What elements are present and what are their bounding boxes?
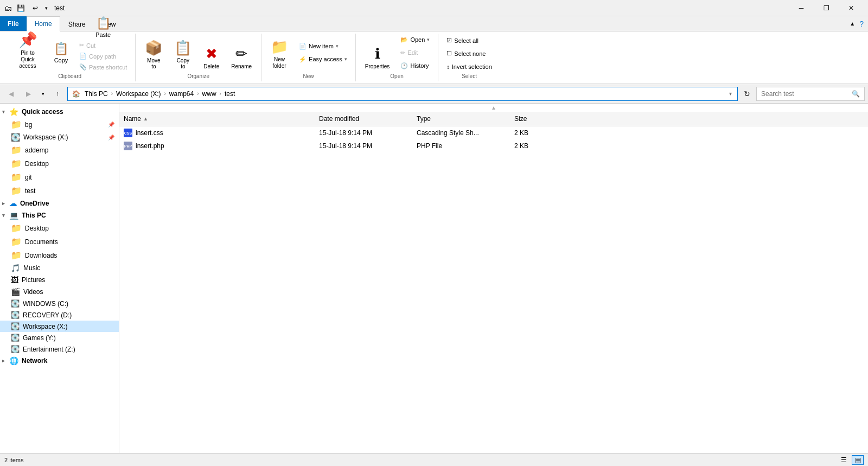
search-input[interactable] (761, 90, 850, 98)
sidebar-item-recovery-d[interactable]: 💽 RECOVERY (D:) (0, 309, 119, 321)
sidebar-item-music[interactable]: 🎵 Music (0, 262, 119, 274)
col-header-type[interactable]: Type (412, 114, 510, 124)
history-button[interactable]: 🕐 History (397, 60, 433, 71)
thispc-collapse[interactable] (2, 213, 5, 218)
move-to-button[interactable]: 📦 Moveto (140, 33, 167, 72)
path-workspace[interactable]: Workspace (X:) (114, 90, 163, 98)
network-collapse[interactable] (2, 358, 5, 363)
new-folder-icon: 📁 (271, 39, 288, 55)
new-item-button[interactable]: 📄 New item ▾ (295, 41, 351, 52)
select-all-button[interactable]: ☑ Select all (443, 35, 482, 46)
recovery-d-icon: 💽 (11, 311, 20, 319)
recent-button[interactable]: ▾ (38, 87, 48, 101)
sidebar-item-games-y[interactable]: 💽 Games (Y:) (0, 332, 119, 343)
sidebar-item-network[interactable]: 🌐 Network (0, 355, 119, 367)
ribbon-tabs: File Home Share View ▲ ? (0, 16, 868, 31)
sidebar-item-videos[interactable]: 🎬 Videos (0, 286, 119, 298)
cut-button[interactable]: ✂ Cut (75, 40, 131, 50)
paste-shortcut-button[interactable]: 📎 Paste shortcut (75, 62, 131, 72)
forward-button[interactable]: ▶ (21, 87, 36, 101)
sidebar-item-windows-c[interactable]: 💽 WINDOWS (C:) (0, 298, 119, 309)
col-header-date[interactable]: Date modified (315, 114, 412, 124)
edit-button[interactable]: ✏ Edit (397, 47, 433, 58)
restore-button[interactable]: ❐ (814, 0, 839, 16)
scroll-up-indicator[interactable]: ▲ (119, 104, 868, 112)
sidebar-item-desktop-qa[interactable]: 📁 Desktop (0, 157, 119, 170)
sidebar-item-onedrive[interactable]: ☁ OneDrive (0, 197, 119, 209)
sidebar-item-git[interactable]: 📁 git (0, 170, 119, 184)
addemp-label: addemp (25, 146, 48, 154)
new-label: New (303, 73, 314, 79)
address-path[interactable]: 🏠 This PC › Workspace (X:) › wamp64 › ww… (67, 87, 738, 101)
path-www[interactable]: www (200, 90, 219, 98)
sidebar-item-bg[interactable]: 📁 bg 📌 (0, 118, 119, 131)
sidebar-item-quick-access[interactable]: ⭐ Quick access (0, 106, 119, 118)
ribbon-group-open: ℹ Properties 📂 Open ▾ ✏ Edit 🕐 (356, 34, 439, 81)
sidebar-item-pictures[interactable]: 🖼 Pictures (0, 274, 119, 286)
invert-selection-button[interactable]: ↕ Invert selection (443, 61, 495, 72)
search-icon[interactable]: 🔍 (852, 90, 860, 98)
desktop-qa-label: Desktop (25, 160, 49, 168)
downloads-icon: 📁 (11, 250, 22, 260)
sidebar-item-test-qa[interactable]: 📁 test (0, 184, 119, 197)
col-header-name[interactable]: Name ▲ (119, 114, 315, 124)
select-none-button[interactable]: ☐ Select none (443, 48, 489, 59)
sidebar-item-desktop-pc[interactable]: 📁 Desktop (0, 221, 119, 235)
move-to-icon: 📦 (145, 40, 162, 56)
music-label: Music (23, 264, 40, 272)
ribbon-collapse-icon[interactable]: ▲ (847, 18, 857, 29)
col-header-size[interactable]: Size (510, 114, 564, 124)
sidebar-item-downloads[interactable]: 📁 Downloads (0, 248, 119, 262)
minimize-button[interactable]: ─ (789, 0, 814, 16)
onedrive-collapse[interactable] (2, 201, 5, 206)
music-icon: 🎵 (11, 264, 20, 272)
sidebar-item-workspace-x[interactable]: 💽 Workspace (X:) (0, 321, 119, 332)
sidebar-item-addemp[interactable]: 📁 addemp (0, 143, 119, 157)
path-wamp64[interactable]: wamp64 (167, 90, 196, 98)
windows-c-label: WINDOWS (C:) (23, 300, 68, 308)
select-none-icon: ☐ (446, 50, 452, 57)
open-button[interactable]: 📂 Open ▾ (397, 34, 433, 45)
paste-button[interactable]: 📋 Paste (75, 33, 131, 40)
copy-button-large[interactable]: 📋 Copy (49, 40, 73, 65)
table-row[interactable]: PHP insert.php 15-Jul-18 9:14 PM PHP Fil… (119, 139, 868, 152)
quick-undo[interactable]: ↩ (30, 3, 41, 14)
pin-to-quick-access-button[interactable]: 📌 Pin to Quick access (9, 33, 47, 72)
easy-access-icon: ⚡ (299, 56, 307, 63)
sidebar-item-this-pc[interactable]: 💻 This PC (0, 209, 119, 221)
properties-button[interactable]: ℹ Properties (360, 33, 395, 72)
sidebar-item-entertainment-z[interactable]: 💽 Entertainment (Z:) (0, 343, 119, 355)
back-button[interactable]: ◀ (3, 87, 18, 101)
up-button[interactable]: ↑ (50, 87, 65, 101)
table-row[interactable]: CSS insert.css 15-Jul-18 9:14 PM Cascadi… (119, 126, 868, 139)
tab-share[interactable]: Share (60, 16, 94, 31)
tab-file[interactable]: File (0, 16, 27, 31)
sidebar-item-documents[interactable]: 📁 Documents (0, 235, 119, 248)
delete-label: Delete (203, 63, 219, 69)
refresh-button[interactable]: ↻ (740, 87, 754, 101)
help-icon[interactable]: ? (857, 17, 866, 30)
quick-save[interactable]: 💾 (14, 3, 28, 14)
rename-label: Rename (231, 63, 252, 69)
new-folder-button[interactable]: 📁 Newfolder (266, 33, 293, 72)
ribbon-group-clipboard: 📌 Pin to Quick access 📋 Copy 📋 Paste (4, 34, 136, 81)
delete-button[interactable]: ✖ Delete (199, 33, 224, 72)
close-button[interactable]: ✕ (839, 0, 864, 16)
detail-view-button[interactable]: ▤ (852, 455, 864, 465)
new-group-content: 📁 Newfolder 📄 New item ▾ ⚡ Easy access ▾ (266, 33, 351, 72)
copy-path-button[interactable]: 📄 Copy path (75, 51, 131, 61)
list-view-button[interactable]: ☰ (838, 455, 850, 465)
tab-home[interactable]: Home (27, 16, 60, 31)
sidebar-item-workspace-qa[interactable]: 💽 Workspace (X:) 📌 (0, 131, 119, 143)
path-test[interactable]: test (222, 90, 237, 98)
title-text: test (54, 4, 65, 12)
copy-to-button[interactable]: 📋 Copyto (169, 33, 196, 72)
test-qa-icon: 📁 (11, 186, 22, 196)
easy-access-button[interactable]: ⚡ Easy access ▾ (295, 54, 351, 65)
quickaccess-collapse[interactable] (2, 109, 5, 114)
quick-dropdown[interactable]: ▾ (43, 4, 50, 12)
quickaccess-icon: ⭐ (9, 107, 18, 116)
rename-button[interactable]: ✏ Rename (226, 33, 257, 72)
path-this-pc[interactable]: This PC (82, 90, 110, 98)
search-box[interactable]: 🔍 (756, 87, 865, 101)
